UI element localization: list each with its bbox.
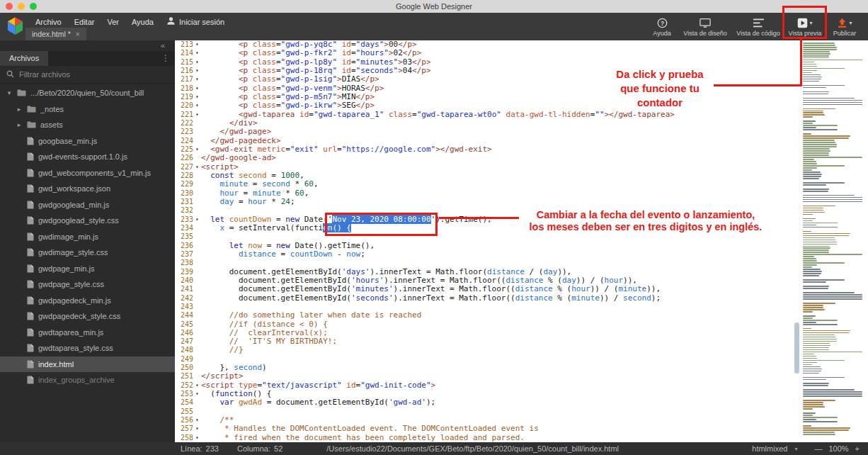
file-item[interactable]: gwdimage_min.js bbox=[0, 229, 175, 245]
line-number: 239 bbox=[175, 268, 193, 276]
code-text[interactable]: distance = countDown - now; bbox=[201, 250, 365, 259]
folder-item[interactable]: ▾.../Beto/2020/quien_50/count_bill bbox=[0, 85, 175, 101]
file-item[interactable]: googbase_min.js bbox=[0, 133, 175, 150]
signin-button[interactable]: Iniciar sesión bbox=[161, 15, 230, 28]
folder-item[interactable]: ▸assets bbox=[0, 117, 175, 133]
line-number: 220 bbox=[175, 101, 193, 110]
code-text[interactable]: day = hour * 24; bbox=[201, 198, 295, 206]
fold-arrow-icon[interactable]: ▾ bbox=[193, 58, 201, 67]
fold-arrow-icon[interactable]: ▾ bbox=[193, 390, 201, 398]
fold-arrow-icon[interactable]: ▾ bbox=[193, 84, 201, 93]
folder-icon bbox=[27, 106, 36, 113]
item-label: gwdimage_style.css bbox=[38, 248, 108, 257]
code-line: 247 // 'IT'S MY BIRTHDAY!; bbox=[175, 337, 794, 346]
fold-arrow-icon[interactable]: ▾ bbox=[193, 67, 201, 75]
fold-arrow-icon[interactable]: ▾ bbox=[193, 145, 201, 154]
line-number: 231 bbox=[175, 198, 193, 206]
fold-arrow-icon[interactable]: ▾ bbox=[193, 75, 201, 84]
file-item[interactable]: gwdpagedeck_min.js bbox=[0, 293, 175, 309]
help-icon: ? bbox=[657, 17, 668, 29]
fold-arrow-icon[interactable]: ▾ bbox=[193, 381, 201, 390]
minimap[interactable] bbox=[800, 40, 868, 442]
file-item[interactable]: gwdgooglead_min.js bbox=[0, 197, 175, 213]
fold-arrow-icon[interactable]: ▾ bbox=[193, 93, 201, 101]
toolbar-publicar[interactable]: ▾Publicar bbox=[826, 13, 864, 40]
line-number: 241 bbox=[175, 285, 193, 293]
zoom-window-button[interactable] bbox=[30, 3, 37, 10]
chevron-down-icon: ▾ bbox=[849, 20, 852, 26]
file-item[interactable]: gwdtaparea_min.js bbox=[0, 325, 175, 341]
file-item[interactable]: index.html bbox=[0, 356, 175, 373]
code-line: 248 //} bbox=[175, 346, 794, 354]
preview-icon: ▾ bbox=[797, 17, 812, 29]
line-number: 250 bbox=[175, 364, 193, 372]
editor-scrollbar[interactable] bbox=[794, 40, 800, 442]
code-area[interactable]: 213▾ <p class="gwd-p-yq8c" id="days">00<… bbox=[175, 40, 794, 442]
file-item[interactable]: gwd_workspace.json bbox=[0, 181, 175, 197]
zoom-out-button[interactable]: — bbox=[814, 444, 822, 453]
line-number: 230 bbox=[175, 189, 193, 198]
files-panel: « Archivos ⋮ Filtrar archivos ▾.../Beto/… bbox=[0, 40, 175, 442]
fold-arrow-icon[interactable]: ▾ bbox=[193, 434, 201, 442]
panel-menu-icon[interactable]: ⋮ bbox=[161, 53, 170, 63]
fold-arrow-icon[interactable]: ▾ bbox=[193, 215, 201, 224]
tab-index-html[interactable]: index.html * × bbox=[25, 28, 86, 40]
fold-arrow-icon[interactable]: ▾ bbox=[193, 40, 201, 49]
fold-arrow-icon[interactable]: ▾ bbox=[193, 425, 201, 433]
line-number: 221 bbox=[175, 111, 193, 119]
code-text[interactable]: document.getElementById('seconds').inner… bbox=[201, 294, 661, 303]
collapse-panel-icon[interactable]: « bbox=[161, 41, 165, 50]
file-item[interactable]: gwdpagedeck_style.css bbox=[0, 308, 175, 325]
item-label: gwdgooglead_style.css bbox=[38, 216, 119, 225]
tab-archivos[interactable]: Archivos bbox=[0, 51, 48, 66]
code-text[interactable]: var gwdAd = document.getElementById('gwd… bbox=[201, 398, 435, 407]
expand-arrow-icon[interactable]: ▾ bbox=[6, 89, 13, 96]
line-number: 235 bbox=[175, 232, 193, 241]
menu-ayuda[interactable]: Ayuda bbox=[126, 16, 159, 28]
item-label: gwdgooglead_min.js bbox=[38, 201, 109, 209]
code-text[interactable]: <gwd-taparea id="gwd-taparea_1" class="g… bbox=[201, 111, 675, 119]
line-number: 223 bbox=[175, 128, 193, 136]
minimize-window-button[interactable] bbox=[18, 3, 25, 10]
menu-editar[interactable]: Editar bbox=[69, 16, 101, 28]
menu-archivo[interactable]: Archivo bbox=[30, 16, 67, 28]
fold-arrow-icon[interactable]: ▾ bbox=[193, 111, 201, 119]
expand-arrow-icon[interactable]: ▸ bbox=[16, 106, 23, 113]
file-item[interactable]: gwd-events-support.1.0.js bbox=[0, 149, 175, 165]
file-item[interactable]: gwd_webcomponents_v1_min.js bbox=[0, 165, 175, 181]
menu-ver[interactable]: Ver bbox=[101, 16, 125, 28]
toolbar-ayuda[interactable]: ?Ayuda bbox=[646, 13, 678, 40]
code-text[interactable]: * fired when the document has been compl… bbox=[201, 434, 525, 442]
item-label: gwdtaparea_min.js bbox=[38, 328, 103, 337]
file-item[interactable]: gwdpage_min.js bbox=[0, 261, 175, 277]
fold-arrow-icon[interactable]: ▾ bbox=[193, 101, 201, 110]
toolbar-vista-previa[interactable]: ▾Vista previa bbox=[784, 13, 826, 40]
zoom-in-button[interactable]: + bbox=[855, 444, 860, 453]
fold-arrow-icon[interactable]: ▾ bbox=[193, 416, 201, 425]
syntax-mode-selector[interactable]: htmlmixed bbox=[752, 444, 787, 453]
toolbar-vista-de-código[interactable]: Vista de código bbox=[732, 13, 784, 40]
fold-arrow-icon[interactable]: ▾ bbox=[193, 49, 201, 57]
expand-arrow-icon[interactable]: ▸ bbox=[16, 121, 23, 128]
editor-scrollbar-thumb[interactable] bbox=[794, 322, 799, 373]
line-number: 215 bbox=[175, 58, 193, 67]
item-label: gwd_workspace.json bbox=[38, 184, 110, 193]
folder-item[interactable]: ▸_notes bbox=[0, 101, 175, 118]
code-text[interactable]: //} bbox=[201, 346, 244, 354]
filter-files-input[interactable]: Filtrar archivos bbox=[0, 66, 175, 84]
code-editor: 213▾ <p class="gwd-p-yq8c" id="days">00<… bbox=[175, 40, 868, 442]
file-icon bbox=[27, 312, 34, 320]
tab-close-icon[interactable]: × bbox=[76, 30, 80, 38]
close-window-button[interactable] bbox=[6, 3, 13, 10]
code-text[interactable]: x = setInterval(function() { bbox=[201, 224, 351, 232]
file-item[interactable]: gwdgooglead_style.css bbox=[0, 213, 175, 229]
code-line: 249 bbox=[175, 355, 794, 364]
fold-arrow-icon[interactable]: ▾ bbox=[193, 163, 201, 172]
line-number: 245 bbox=[175, 320, 193, 329]
file-item[interactable]: gwdtaparea_style.css bbox=[0, 340, 175, 356]
toolbar-vista-de-diseño[interactable]: Vista de diseño bbox=[678, 13, 732, 40]
file-item[interactable]: gwdimage_style.css bbox=[0, 245, 175, 261]
file-item[interactable]: gwdpage_style.css bbox=[0, 276, 175, 293]
file-item[interactable]: index_groups_archive bbox=[0, 372, 175, 388]
app-header: ArchivoEditarVerAyudaIniciar sesión inde… bbox=[0, 13, 868, 40]
